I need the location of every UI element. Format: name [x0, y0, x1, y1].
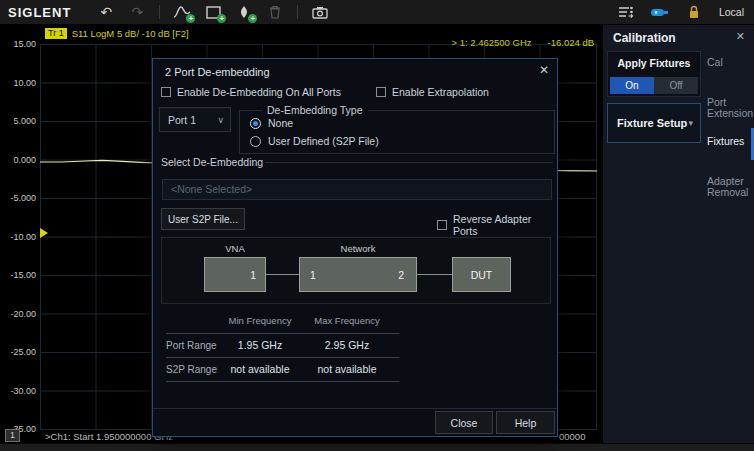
checkbox-enable-all-ports[interactable]: Enable De-Embedding On All Ports	[161, 86, 341, 98]
undo-icon[interactable]: ↶	[97, 4, 115, 20]
y-axis-label: -10.00	[0, 232, 36, 242]
delete-icon[interactable]	[266, 4, 284, 20]
checkbox-enable-extrapolation[interactable]: Enable Extrapolation	[376, 86, 489, 98]
toggle-on-button[interactable]: On	[610, 77, 654, 94]
radio-none[interactable]: None	[250, 117, 293, 129]
radio-button	[250, 136, 261, 147]
tab-adapter-removal[interactable]: Adapter Removal	[707, 176, 752, 198]
s2p-range-max: not available	[297, 363, 397, 375]
bottom-status-bar	[0, 443, 754, 451]
port-select-value: Port 1	[168, 114, 196, 126]
de-embedding-dialog: 2 Port De-embedding ✕ Enable De-Embeddin…	[152, 58, 558, 437]
screenshot-icon[interactable]	[311, 4, 329, 20]
close-button[interactable]: Close	[435, 411, 493, 434]
select-de-embedding-label: Select De-Embedding	[161, 156, 263, 168]
add-window-icon[interactable]: +	[204, 4, 222, 20]
checkbox-label: Enable Extrapolation	[392, 86, 489, 98]
checkbox-box	[161, 87, 171, 97]
redo-icon[interactable]: ↷	[128, 4, 146, 20]
group-separator-line	[265, 162, 553, 163]
checkbox-label: Enable De-Embedding On All Ports	[177, 86, 341, 98]
radio-button-selected	[250, 118, 261, 129]
row-label-port-range: Port Range	[166, 340, 217, 351]
calibration-sidebar: Calibration ✕ Apply Fixtures On Off Fixt…	[603, 25, 754, 443]
type-group-label: De-Embedding Type	[262, 104, 368, 116]
toggle-off-button[interactable]: Off	[654, 77, 698, 94]
y-axis-label: -5.000	[0, 193, 36, 203]
y-axis-label: -25.00	[0, 347, 36, 357]
checkbox-box	[437, 220, 447, 230]
fixture-setup-dropdown[interactable]: Fixture Setup ▾	[607, 103, 701, 143]
trace-badge[interactable]: Tr 1	[45, 28, 67, 39]
network-box: 1 2	[299, 257, 417, 292]
fixture-setup-label: Fixture Setup	[617, 117, 687, 129]
sidebar-title: Calibration	[613, 31, 676, 45]
app-window: SIGLENT ↶ ↷ + + +	[0, 0, 754, 451]
siglent-logo: SIGLENT	[8, 5, 71, 20]
channel-badge: 1	[5, 429, 20, 442]
s2p-range-min: not available	[210, 363, 310, 375]
toolbar-separator	[159, 5, 160, 19]
add-window-badge: +	[217, 14, 226, 23]
trace-info-line: Tr 1 S11 LogM 5 dB/ -10 dB [F2]	[45, 28, 189, 39]
dropdown-arrow-icon: ▾	[688, 118, 693, 128]
port-select-dropdown[interactable]: Port 1 ∨	[159, 107, 231, 132]
de-embedding-type-group: De-Embedding Type None User Defined (S2P…	[239, 110, 555, 154]
trace-settings-text[interactable]: S11 LogM 5 dB/ -10 dB [F2]	[72, 28, 189, 39]
table-line	[166, 333, 399, 334]
dut-label: DUT	[471, 269, 493, 281]
toolbar-separator	[297, 5, 298, 19]
apply-fixtures-label: Apply Fixtures	[608, 57, 700, 69]
connection-diagram: VNA Network 1 1 2 DUT	[161, 237, 551, 304]
help-button[interactable]: Help	[496, 411, 555, 434]
table-line	[166, 357, 399, 358]
col-header-min: Min Frequency	[210, 315, 310, 326]
top-toolbar: SIGLENT ↶ ↷ + + +	[0, 0, 754, 25]
vna-box: 1	[204, 257, 266, 292]
checkbox-label: Reverse Adapter Ports	[453, 213, 557, 237]
add-marker-icon[interactable]: +	[235, 4, 253, 20]
marker-frequency: > 1: 2.462500 GHz	[452, 37, 532, 48]
add-trace-badge: +	[186, 14, 195, 23]
add-trace-icon[interactable]: +	[173, 4, 191, 20]
col-header-max: Max Frequency	[297, 315, 397, 326]
network-port-1: 1	[310, 269, 316, 281]
dialog-title: 2 Port De-embedding	[165, 66, 270, 78]
radio-label: User Defined (S2P File)	[268, 135, 379, 147]
local-remote-button[interactable]: Local	[719, 6, 744, 18]
port-range-min: 1.95 GHz	[210, 339, 310, 351]
apply-fixtures-panel: Apply Fixtures On Off	[607, 51, 701, 97]
y-axis-label: -30.00	[0, 386, 36, 396]
vna-port-number: 1	[250, 269, 256, 281]
radio-user-defined[interactable]: User Defined (S2P File)	[250, 135, 379, 147]
port-range-max: 2.95 GHz	[297, 339, 397, 351]
user-s2p-file-button[interactable]: User S2P File...	[161, 208, 245, 230]
tab-cal[interactable]: Cal	[707, 57, 752, 68]
apply-fixtures-toggle: On Off	[610, 77, 698, 94]
footer-separator	[153, 408, 557, 409]
system-menu-icon[interactable]	[617, 4, 635, 20]
y-axis-label: -20.00	[0, 309, 36, 319]
y-axis-label: -15.00	[0, 270, 36, 280]
y-axis-label: 0.000	[0, 155, 36, 165]
toolbar-tools: ↶ ↷ + + +	[97, 4, 329, 20]
y-axis-label: 15.00	[0, 39, 36, 49]
tab-fixtures[interactable]: Fixtures	[707, 136, 752, 147]
checkbox-box	[376, 87, 386, 97]
toolbar-status: Local	[617, 4, 744, 20]
vna-label: VNA	[204, 243, 266, 254]
usb-icon	[651, 4, 669, 20]
y-axis-label: 5.000	[0, 116, 36, 126]
y-axis-label: 10.00	[0, 78, 36, 88]
selected-file-field[interactable]: <None Selected>	[162, 179, 552, 200]
dialog-close-icon[interactable]: ✕	[539, 63, 549, 77]
marker-readout: > 1: 2.462500 GHz -16.024 dB	[452, 37, 595, 48]
marker-amplitude: -16.024 dB	[548, 37, 594, 48]
chevron-down-icon: ∨	[217, 115, 224, 125]
sidebar-close-icon[interactable]: ✕	[736, 30, 745, 43]
dut-box: DUT	[452, 257, 511, 292]
table-line	[166, 381, 399, 382]
checkbox-reverse-adapter-ports[interactable]: Reverse Adapter Ports	[437, 213, 557, 237]
tab-port-extension[interactable]: Port Extension	[707, 97, 752, 119]
connector-line	[417, 274, 452, 275]
